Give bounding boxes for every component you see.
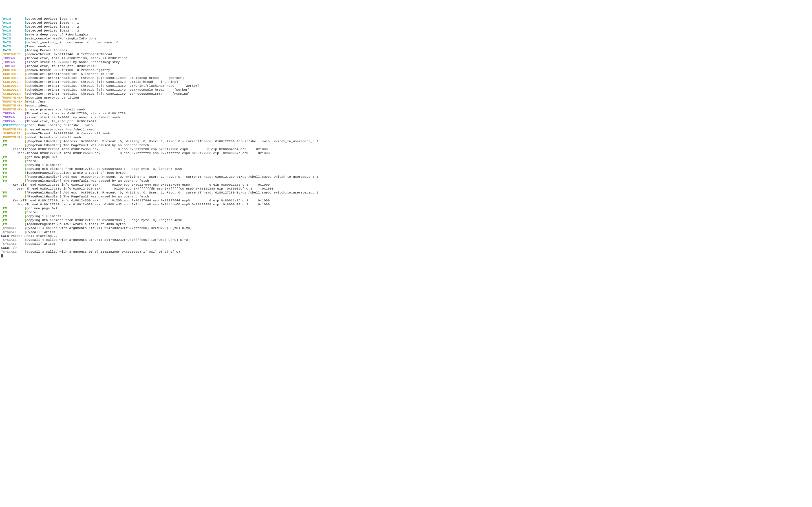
log-message: copying 0th element from 0x80127f68 to 0…	[27, 218, 182, 222]
log-tag: [SCHEDULER ]	[1, 68, 27, 72]
log-message: Syscall::write:	[27, 242, 56, 245]
log-message: create process /usr/shell.sweb	[27, 108, 85, 111]
log-tag: [PM ]	[1, 163, 27, 167]
log-tag: [SCHEDULER ]	[1, 52, 27, 56]
log-line: [MAIN ]main_console->setWorkingDirInfo d…	[1, 37, 811, 41]
log-message: main_console->setWorkingDirInfo done	[27, 37, 96, 40]
log-tag: [USERPROCESS]	[1, 123, 27, 127]
log-message: sizeof stack is 0x2000; my name: Process…	[27, 60, 120, 64]
log-message: copying 0th element from 0x80127f68 to 0…	[27, 167, 182, 171]
log-message: mounting userprog-partition	[27, 96, 79, 100]
log-message: [PageFaultHandler] The Pagefault was cau…	[27, 179, 149, 182]
log-message: loadOnePageSafeButSlow: wrote a total of…	[27, 171, 126, 175]
log-message: Detected Device: idea1 :: 2	[27, 25, 79, 29]
log-tag: [MAIN ]	[1, 45, 27, 48]
log-message: Scheduler::printThreadList: threads_[2]:…	[27, 84, 200, 88]
log-tag: [SCHEDULER ]	[1, 72, 27, 76]
log-tag: [MAIN ]	[1, 33, 27, 36]
log-line: User-Thread 0x80127280: info 0x80124620 …	[1, 187, 811, 191]
log-line: [SYSCALL ]Syscall::write:	[1, 230, 811, 234]
log-tag: [MAIN ]	[1, 29, 27, 33]
log-message: Thread ctor, fs_info ptr: 0x80121140	[27, 64, 96, 68]
terminal-output: [MAIN ]Detected Device: idea :: 0[MAIN ]…	[1, 17, 811, 258]
log-line: [PM ]got new page 0x4	[1, 155, 811, 159]
log-message: Scheduler::printThreadList: threads_[3]:…	[27, 88, 190, 92]
log-line: SWEB-Pseudo-Shell starting...	[1, 234, 811, 238]
log-message: [PageFaultHandler] The Pagefault was cau…	[27, 144, 149, 147]
log-message: bzero!	[27, 210, 38, 214]
log-tag: [MAIN ]	[1, 37, 27, 40]
log-tag: [SYSCALL ]	[1, 250, 27, 253]
log-message: added thread /usr/shell.sweb	[27, 135, 81, 139]
log-line: [MOUNTMINIX ]mkdir /usr	[1, 100, 811, 104]
log-tag: [SYSCALL ]	[1, 242, 27, 245]
log-message: created userprocess /usr/shell.sweb	[27, 128, 95, 131]
log-line: [SYSCALL ]Syscall::write:	[1, 242, 811, 246]
log-message: Syscall::write:	[27, 230, 56, 234]
log-message: Scheduler::printThreadList: threads_[4]:…	[27, 92, 190, 96]
log-message: addNewThread: 0x80127280 0:/usr/shell.sw…	[27, 131, 110, 135]
log-line: [SYSCALL ]Syscall 4 called with argument…	[1, 238, 811, 242]
log-tag: [SCHEDULER ]	[1, 88, 27, 92]
log-message: Adding Kernel threads	[27, 48, 67, 52]
log-line: KernelThread 0x80127280: info 0x80124360…	[1, 147, 811, 151]
log-line: [PM ][PageFaultHandler] Address: 0x80040…	[1, 175, 811, 179]
log-tag: [THREAD ]	[1, 112, 27, 115]
log-message: loadOnePageSafeButSlow: wrote a total of…	[27, 222, 126, 226]
log-line: [SCHEDULER ]addNewThread: 0x80112140 0:T…	[1, 52, 811, 56]
log-line: [PM ]got new page 0x7	[1, 207, 811, 210]
log-message: Timer enable	[27, 45, 50, 48]
log-line: [MAIN ]Detected Device: idea1 :: 2	[1, 25, 811, 29]
log-tag: [PM ]	[1, 214, 27, 218]
log-message: Scheduler::printThreadList: threads_[0]:…	[27, 76, 184, 80]
log-line: KernelThread 0x80127280: info 0x80124360…	[1, 183, 811, 187]
log-line: [THREAD ]sizeof stack is 0x2000; my name…	[1, 60, 811, 64]
log-tag: [MOUNTMINIX ]	[1, 96, 27, 100]
log-message: Syscall 3 called with arguments 0(=0) 13…	[27, 250, 180, 253]
log-tag: [SYSCALL ]	[1, 230, 27, 234]
log-line: [THREAD ]Thread ctor, fs_info ptr: 0x801…	[1, 119, 811, 123]
log-tag: [MAIN ]	[1, 41, 27, 44]
log-message: mount idea1	[27, 104, 48, 107]
log-tag: [PM ]	[1, 159, 27, 163]
log-tag: [PM ]	[1, 175, 27, 179]
log-line: [MOUNTMINIX ]added thread /usr/shell.swe…	[1, 135, 811, 139]
log-tag: [THREAD ]	[1, 115, 27, 119]
log-tag: [PM ]	[1, 194, 27, 198]
log-message: Detected Device: idea :: 0	[27, 17, 77, 20]
log-line: [THREAD ]sizeof stack is 0x2000; my name…	[1, 115, 811, 119]
log-line: [THREAD ]Thread ctor, this is 0x80121180…	[1, 56, 811, 60]
log-tag: [PM ]	[1, 179, 27, 182]
log-line: [PM ][PageFaultHandler] Address: 0x80006…	[1, 139, 811, 144]
log-line: [MOUNTMINIX ]mounting userprog-partition	[1, 96, 811, 100]
log-line: [PM ]loadOnePageSafeButSlow: wrote a tot…	[1, 222, 811, 226]
log-tag: [PM ]	[1, 171, 27, 175]
log-tag: [THREAD ]	[1, 56, 27, 60]
log-line: [PM ]copying 0th element from 0x80127f68…	[1, 167, 811, 171]
log-line: [MOUNTMINIX ]mount idea1	[1, 104, 811, 108]
log-message: [PageFaultHandler] Address: 0x8001ed3, P…	[27, 191, 318, 194]
log-tag: [MOUNTMINIX ]	[1, 128, 27, 131]
log-line: [SCHEDULER ]Scheduler::printThreadList: …	[1, 72, 811, 76]
log-message: addNewThread: 0x80121180 0:ProcessRegist…	[27, 68, 110, 72]
log-line: SWEB: />	[1, 246, 811, 250]
log-message: default_working_dir root name: / pwd nam…	[27, 41, 118, 44]
log-line: [SCHEDULER ]Scheduler::printThreadList: …	[1, 92, 811, 96]
log-message: Syscall 4 called with arguments 1(=0x1) …	[27, 226, 192, 230]
log-tag: [MOUNTMINIX ]	[1, 108, 27, 111]
log-line: [PM ]bzero!	[1, 210, 811, 214]
log-message: got new page 0x7	[27, 207, 57, 210]
log-line: [SCHEDULER ]Scheduler::printThreadList: …	[1, 76, 811, 80]
log-line: [USERPROCESS]ctor: Done loading /usr/she…	[1, 123, 811, 127]
log-line: [PM ][PageFaultHandler] The Pagefault wa…	[1, 144, 811, 147]
log-line: [PM ]copying 1 elements	[1, 163, 811, 167]
log-tag: [THREAD ]	[1, 60, 27, 64]
log-message: Detected Device: idea2 :: 3	[27, 29, 79, 33]
log-line: [PM ][PageFaultHandler] The Pagefault wa…	[1, 194, 811, 199]
log-tag: [THREAD ]	[1, 119, 27, 123]
log-message: [PageFaultHandler] Address: 0x8004040, P…	[27, 175, 318, 179]
log-tag: [SCHEDULER ]	[1, 92, 27, 96]
log-line: [PM ][PageFaultHandler] Address: 0x8001e…	[1, 191, 811, 194]
log-line: [PM ][PageFaultHandler] The Pagefault wa…	[1, 179, 811, 183]
log-line: [SYSCALL ]Syscall 3 called with argument…	[1, 250, 811, 254]
